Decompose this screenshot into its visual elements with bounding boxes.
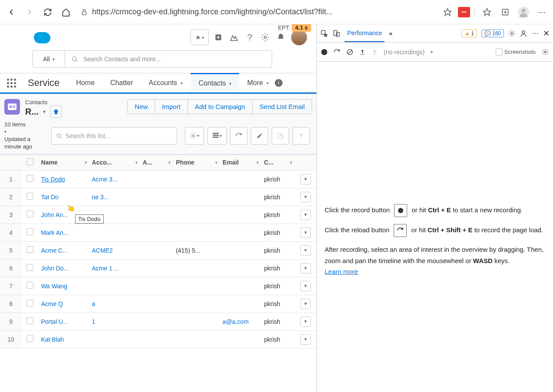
list-controls-gear[interactable]: ▾ [185, 127, 204, 145]
col-phone[interactable]: Phone▾ [173, 155, 220, 170]
account-link[interactable]: ne 3... [92, 194, 109, 201]
global-search-input[interactable]: Search Contacts and more... [65, 50, 272, 68]
chart-button[interactable] [272, 127, 289, 145]
profile-avatar[interactable] [516, 4, 531, 20]
row-actions-button[interactable]: ▼ [300, 192, 311, 202]
row-checkbox[interactable] [22, 224, 38, 241]
home-button[interactable] [58, 4, 74, 20]
perf-settings-gear-icon[interactable] [542, 49, 549, 56]
row-actions-button[interactable]: ▼ [300, 227, 311, 238]
row-actions-button[interactable]: ▼ [300, 281, 311, 291]
recordings-dropdown-icon[interactable]: ▾ [431, 49, 433, 54]
row-actions-button[interactable]: ▼ [300, 174, 311, 184]
more-tabs-chevron-icon[interactable]: » [389, 30, 392, 37]
row-checkbox[interactable] [22, 170, 38, 188]
help-icon[interactable]: ? [244, 33, 256, 43]
contact-name-link[interactable]: John An... [41, 211, 68, 218]
contact-name-link[interactable]: Mark An... [41, 229, 68, 236]
collections-icon[interactable] [497, 4, 513, 20]
filter-button[interactable] [293, 127, 310, 145]
list-view-name[interactable]: R... [25, 107, 39, 117]
devtools-settings-gear-icon[interactable] [508, 30, 515, 37]
account-link[interactable]: a [92, 300, 95, 307]
global-actions-button[interactable] [212, 33, 224, 42]
devtools-more-icon[interactable]: ⋯ [532, 29, 539, 37]
devtools-close-icon[interactable]: ✕ [543, 29, 550, 38]
nav-tab-home[interactable]: Home [68, 73, 102, 92]
row-checkbox[interactable] [22, 313, 38, 330]
col-email[interactable]: Email▾ [220, 155, 262, 170]
account-link[interactable]: Acme 1 ... [92, 265, 119, 272]
row-checkbox[interactable] [22, 295, 38, 313]
search-scope-dropdown[interactable]: All▾ [33, 50, 65, 68]
messages-count[interactable]: 💬160 [481, 30, 504, 37]
add-to-campaign-button[interactable]: Add to Campaign [188, 99, 252, 114]
inspect-element-icon[interactable] [320, 30, 328, 37]
account-link[interactable]: ACME2 [92, 247, 113, 254]
list-search-input[interactable]: Search this list... [51, 127, 177, 145]
row-checkbox[interactable] [22, 206, 38, 224]
upload-icon[interactable] [359, 49, 365, 56]
contact-name-link[interactable]: Kat Blah [41, 336, 64, 343]
browser-menu-icon[interactable]: ⋯ [534, 4, 550, 20]
row-actions-button[interactable]: ▼ [300, 334, 311, 345]
extension-badge[interactable]: ••• [458, 7, 470, 17]
record-button[interactable] [321, 49, 327, 55]
devtools-tab-performance[interactable]: Performance [345, 24, 385, 42]
col-a[interactable]: A...▾ [140, 155, 173, 170]
row-checkbox[interactable] [22, 241, 38, 259]
col-account[interactable]: Acco...▾ [89, 155, 140, 170]
contact-name-link[interactable]: John Do... [41, 265, 69, 272]
pin-button[interactable] [50, 105, 62, 118]
nav-tab-more[interactable]: More▾i [239, 73, 290, 92]
nav-tab-chatter[interactable]: Chatter [102, 73, 141, 92]
screenshots-checkbox[interactable]: Screenshots [496, 49, 536, 56]
send-list-email-button[interactable]: Send List Email [252, 99, 312, 114]
row-actions-button[interactable]: ▼ [300, 316, 311, 327]
favorites-icon[interactable] [479, 4, 495, 20]
nav-tab-accounts[interactable]: Accounts▾ [141, 73, 191, 92]
contact-name-link[interactable]: Tis Dodo [41, 176, 65, 183]
new-button[interactable]: New [128, 99, 155, 114]
device-toggle-icon[interactable] [332, 30, 340, 37]
row-checkbox[interactable] [22, 188, 38, 206]
contact-name-link[interactable]: Portal U... [41, 318, 68, 325]
url-bar[interactable]: https://crmcog-dev-ed.lightning.force.co… [76, 4, 437, 20]
refresh-list-button[interactable] [230, 127, 247, 145]
row-actions-button[interactable]: ▼ [300, 245, 311, 256]
notifications-bell-icon[interactable] [275, 33, 287, 42]
perf-reload-icon[interactable] [333, 49, 340, 56]
devtools-feedback-icon[interactable] [520, 30, 527, 37]
view-selector-chevron-icon[interactable]: ▼ [42, 109, 46, 114]
favorites-list-button[interactable]: ★▾ [191, 30, 209, 45]
row-checkbox[interactable] [22, 259, 38, 277]
trailhead-icon[interactable] [228, 33, 240, 42]
contact-name-link[interactable]: Acme Q [41, 300, 63, 307]
col-name[interactable]: Name▾ [38, 155, 89, 170]
email-link[interactable]: a@a.com [223, 318, 249, 325]
row-checkbox[interactable] [22, 277, 38, 295]
nav-tab-contacts[interactable]: Contacts▾ [191, 73, 239, 92]
contact-name-link[interactable]: Wa Wang [41, 283, 67, 290]
warnings-count[interactable]: ▲1 [461, 30, 477, 37]
contact-name-link[interactable]: Tat Do [41, 194, 58, 201]
row-actions-button[interactable]: ▼ [300, 210, 311, 220]
learn-more-link[interactable]: Learn more [325, 268, 358, 275]
back-button[interactable] [3, 4, 19, 20]
row-actions-button[interactable]: ▼ [300, 263, 311, 273]
account-link[interactable]: Acme 3... [92, 176, 118, 183]
row-actions-button[interactable]: ▼ [300, 299, 311, 309]
reload-button[interactable] [40, 4, 56, 20]
row-checkbox[interactable] [22, 330, 38, 348]
clear-icon[interactable] [346, 49, 353, 56]
col-select-all[interactable] [22, 155, 38, 170]
app-launcher-icon[interactable] [3, 73, 19, 92]
download-icon[interactable] [372, 49, 378, 56]
display-as-button[interactable]: ▾ [207, 127, 227, 145]
setup-gear-icon[interactable] [259, 33, 271, 42]
account-link[interactable]: 1 [92, 318, 95, 325]
import-button[interactable]: Import [155, 99, 188, 114]
contact-name-link[interactable]: Acme C... [41, 247, 67, 254]
edit-list-button[interactable] [251, 127, 268, 145]
star-add-icon[interactable] [440, 4, 455, 20]
